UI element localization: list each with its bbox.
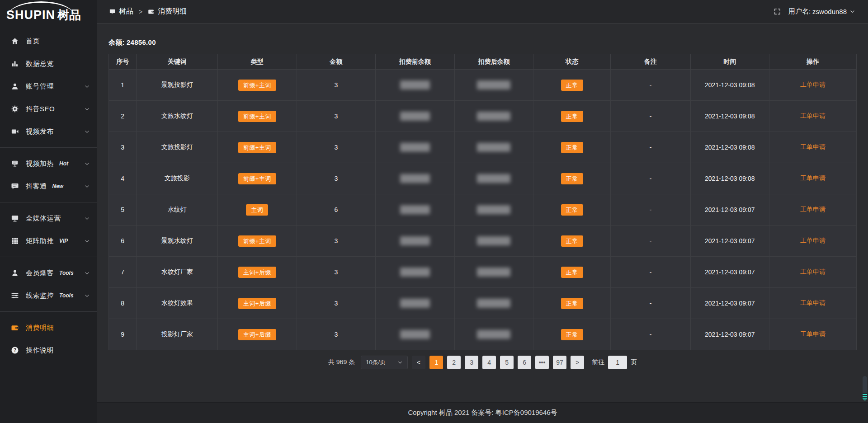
ticket-request-link[interactable]: 工单申请 [800, 268, 826, 275]
sidebar-item[interactable]: 账号管理 [0, 75, 97, 98]
sidebar-item-label: 抖音SEO [26, 105, 55, 113]
total-count: 共 969 条 [328, 358, 355, 367]
ticket-request-link[interactable]: 工单申请 [800, 174, 826, 182]
sidebar-item[interactable]: 视频加热 Hot [0, 152, 97, 175]
cell-time: 2021-12-03 09:07 [690, 226, 769, 257]
sidebar-item[interactable]: 抖客通 New [0, 175, 97, 197]
chevron-down-icon [84, 84, 90, 89]
type-badge: 前缀+主词 [238, 173, 276, 184]
sidebar-item[interactable]: 线索监控 Tools [0, 284, 97, 307]
breadcrumb-item-home[interactable]: 树品 [109, 7, 133, 16]
next-page-button[interactable]: > [571, 356, 584, 369]
masked-balance-before [400, 236, 430, 245]
status-badge: 正常 [561, 267, 583, 278]
balance-label: 余额: [108, 38, 125, 46]
ticket-request-link[interactable]: 工单申请 [800, 112, 826, 119]
cell-remark: - [611, 163, 690, 194]
sidebar-item[interactable]: 会员爆客 Tools [0, 262, 97, 284]
cell-remark: - [611, 288, 690, 319]
cell-time: 2021-12-03 09:08 [690, 132, 769, 163]
page-button[interactable]: 3 [465, 356, 478, 369]
cell-keyword: 水纹灯 [137, 194, 218, 226]
status-badge: 正常 [561, 329, 583, 340]
cell-index: 5 [109, 194, 137, 226]
video-camera-icon [11, 127, 19, 136]
sidebar-item-badge: Hot [59, 160, 68, 167]
page-button[interactable]: 2 [447, 356, 461, 369]
sidebar-item-badge: New [52, 183, 64, 189]
sidebar-item[interactable]: 矩阵助推 VIP [0, 230, 97, 252]
sidebar-item-label: 消费明细 [26, 324, 54, 332]
cell-index: 7 [109, 257, 137, 288]
chevron-down-icon [84, 183, 90, 189]
cell-time: 2021-12-03 09:07 [690, 319, 769, 350]
sidebar-item[interactable]: 抖音SEO [0, 98, 97, 120]
topbar: 树品 > 消费明细 用户名: zswodun88 [97, 0, 868, 24]
column-header: 类型 [218, 54, 297, 70]
scroll-widget[interactable] [863, 376, 867, 400]
page-button[interactable]: 5 [500, 356, 514, 369]
wallet-icon [11, 324, 19, 332]
cell-remark: - [611, 70, 690, 101]
sidebar-item[interactable]: 数据总览 [0, 52, 97, 75]
sidebar: SHUPIN树品 首页 数据 [0, 0, 97, 423]
fullscreen-icon[interactable] [774, 8, 781, 15]
page-size-select[interactable]: 10条/页 [361, 356, 408, 369]
balance: 余额:24856.00 [108, 38, 857, 47]
masked-balance-after [477, 80, 510, 89]
breadcrumb-item-current[interactable]: 消费明细 [148, 7, 187, 16]
status-badge: 正常 [561, 298, 583, 309]
breadcrumb: 树品 > 消费明细 [109, 7, 187, 16]
sidebar-item-label: 会员爆客 [26, 269, 54, 277]
sidebar-item-badge: Tools [59, 292, 74, 299]
goto-page-input[interactable] [608, 356, 627, 369]
status-badge: 正常 [561, 173, 583, 184]
page-button[interactable]: 6 [518, 356, 531, 369]
brand-logo[interactable]: SHUPIN树品 [0, 0, 97, 26]
page-size-value: 10条/页 [366, 358, 386, 367]
chat-bubble-icon [11, 182, 19, 190]
user-menu[interactable]: 用户名: zswodun88 [788, 7, 855, 16]
cell-amount: 3 [297, 288, 376, 319]
cell-time: 2021-12-03 09:07 [690, 194, 769, 226]
sidebar-item-badge: Tools [59, 270, 74, 276]
cell-index: 1 [109, 70, 137, 101]
logo-arc-decoration [7, 1, 75, 17]
column-header: 扣费后余额 [454, 54, 533, 70]
sidebar-item[interactable]: 视频发布 [0, 120, 97, 143]
page-button[interactable]: 97 [553, 356, 566, 369]
ticket-request-link[interactable]: 工单申请 [800, 81, 826, 88]
ticket-request-link[interactable]: 工单申请 [800, 237, 826, 244]
cell-keyword: 投影灯厂家 [137, 319, 218, 350]
cell-amount: 6 [297, 194, 376, 226]
sidebar-item[interactable]: 消费明细 [0, 316, 97, 339]
ticket-request-link[interactable]: 工单申请 [800, 206, 826, 213]
page-button[interactable]: 1 [429, 356, 443, 369]
sidebar-item[interactable]: 操作说明 [0, 339, 97, 362]
chevron-down-icon [84, 270, 90, 276]
cell-time: 2021-12-03 09:08 [690, 101, 769, 132]
chevron-down-icon [84, 238, 90, 244]
prev-page-button[interactable]: < [412, 356, 425, 369]
sidebar-item-label: 矩阵助推 [26, 237, 54, 245]
sidebar-item-label: 视频加热 [26, 160, 54, 168]
member-icon [11, 269, 19, 277]
sidebar-divider [0, 147, 97, 148]
ticket-request-link[interactable]: 工单申请 [800, 299, 826, 306]
status-badge: 正常 [561, 80, 583, 91]
type-badge: 主词+后缀 [238, 267, 276, 278]
sidebar-item[interactable]: 首页 [0, 30, 97, 52]
page-button[interactable]: 4 [482, 356, 496, 369]
type-badge: 主词 [246, 204, 268, 216]
page-button[interactable]: ••• [535, 356, 549, 369]
ticket-request-link[interactable]: 工单申请 [800, 330, 826, 338]
type-badge: 前缀+主词 [238, 142, 276, 153]
chevron-down-icon [84, 129, 90, 135]
ticket-request-link[interactable]: 工单申请 [800, 143, 826, 150]
sidebar-item[interactable]: 全媒体运营 [0, 207, 97, 230]
masked-balance-before [400, 174, 430, 183]
sidebar-divider [0, 311, 97, 312]
topbar-right: 用户名: zswodun88 [774, 7, 855, 16]
table-row: 2 文旅水纹灯 前缀+主词 3 正常 - 2021-12-03 09:08 工单… [109, 101, 857, 132]
username-value: zswodun88 [812, 8, 847, 15]
